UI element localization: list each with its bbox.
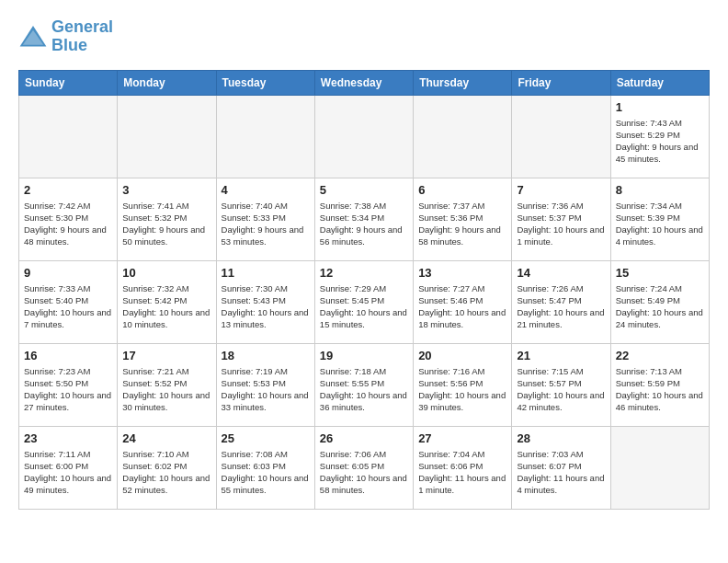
- calendar-cell: [216, 95, 314, 178]
- day-number: 13: [418, 266, 506, 280]
- day-info: Sunrise: 7:33 AM Sunset: 5:40 PM Dayligh…: [24, 282, 112, 331]
- week-row-3: 9Sunrise: 7:33 AM Sunset: 5:40 PM Daylig…: [19, 260, 710, 343]
- page-header: General Blue: [18, 18, 710, 55]
- weekday-header-monday: Monday: [118, 70, 216, 95]
- logo-text: General Blue: [51, 18, 113, 55]
- calendar-cell: 13Sunrise: 7:27 AM Sunset: 5:46 PM Dayli…: [414, 260, 512, 343]
- calendar-cell: 1Sunrise: 7:43 AM Sunset: 5:29 PM Daylig…: [610, 95, 709, 178]
- logo-icon: [18, 24, 48, 50]
- day-number: 9: [24, 266, 112, 280]
- day-info: Sunrise: 7:21 AM Sunset: 5:52 PM Dayligh…: [122, 365, 210, 414]
- calendar-cell: 4Sunrise: 7:40 AM Sunset: 5:33 PM Daylig…: [216, 178, 314, 260]
- calendar-cell: 9Sunrise: 7:33 AM Sunset: 5:40 PM Daylig…: [19, 260, 118, 343]
- calendar-cell: 16Sunrise: 7:23 AM Sunset: 5:50 PM Dayli…: [19, 343, 118, 426]
- calendar-cell: 24Sunrise: 7:10 AM Sunset: 6:02 PM Dayli…: [118, 426, 216, 509]
- calendar-cell: 2Sunrise: 7:42 AM Sunset: 5:30 PM Daylig…: [19, 178, 118, 260]
- weekday-header-saturday: Saturday: [610, 70, 709, 95]
- day-info: Sunrise: 7:38 AM Sunset: 5:34 PM Dayligh…: [320, 200, 408, 248]
- day-info: Sunrise: 7:08 AM Sunset: 6:03 PM Dayligh…: [222, 448, 310, 497]
- day-number: 6: [418, 183, 506, 197]
- calendar-cell: 23Sunrise: 7:11 AM Sunset: 6:00 PM Dayli…: [19, 426, 118, 509]
- week-row-1: 1Sunrise: 7:43 AM Sunset: 5:29 PM Daylig…: [19, 95, 710, 178]
- weekday-header-row: SundayMondayTuesdayWednesdayThursdayFrid…: [19, 70, 710, 95]
- calendar-cell: 10Sunrise: 7:32 AM Sunset: 5:42 PM Dayli…: [118, 260, 216, 343]
- day-info: Sunrise: 7:11 AM Sunset: 6:00 PM Dayligh…: [24, 448, 112, 497]
- day-info: Sunrise: 7:36 AM Sunset: 5:37 PM Dayligh…: [517, 200, 605, 248]
- day-number: 21: [517, 349, 605, 362]
- calendar-table: SundayMondayTuesdayWednesdayThursdayFrid…: [18, 70, 710, 510]
- day-number: 15: [616, 266, 704, 280]
- day-info: Sunrise: 7:10 AM Sunset: 6:02 PM Dayligh…: [122, 448, 210, 497]
- day-number: 5: [320, 183, 408, 197]
- calendar-cell: 25Sunrise: 7:08 AM Sunset: 6:03 PM Dayli…: [216, 426, 314, 509]
- calendar-cell: 6Sunrise: 7:37 AM Sunset: 5:36 PM Daylig…: [414, 178, 512, 260]
- day-number: 25: [222, 431, 310, 445]
- day-info: Sunrise: 7:30 AM Sunset: 5:43 PM Dayligh…: [222, 282, 310, 331]
- weekday-header-sunday: Sunday: [19, 70, 118, 95]
- day-number: 8: [616, 183, 704, 197]
- calendar-cell: 14Sunrise: 7:26 AM Sunset: 5:47 PM Dayli…: [512, 260, 610, 343]
- day-number: 4: [222, 183, 310, 197]
- day-number: 11: [222, 266, 310, 280]
- day-number: 27: [418, 431, 506, 445]
- weekday-header-thursday: Thursday: [414, 70, 512, 95]
- day-number: 2: [24, 183, 112, 197]
- day-info: Sunrise: 7:16 AM Sunset: 5:56 PM Dayligh…: [418, 365, 506, 414]
- calendar-cell: 12Sunrise: 7:29 AM Sunset: 5:45 PM Dayli…: [314, 260, 413, 343]
- calendar-cell: [314, 95, 413, 178]
- day-number: 1: [616, 100, 704, 114]
- day-info: Sunrise: 7:37 AM Sunset: 5:36 PM Dayligh…: [418, 200, 506, 248]
- day-info: Sunrise: 7:32 AM Sunset: 5:42 PM Dayligh…: [122, 282, 210, 331]
- calendar-cell: 8Sunrise: 7:34 AM Sunset: 5:39 PM Daylig…: [610, 178, 709, 260]
- calendar-cell: [512, 95, 610, 178]
- day-number: 18: [222, 349, 310, 362]
- day-info: Sunrise: 7:42 AM Sunset: 5:30 PM Dayligh…: [24, 200, 112, 248]
- day-number: 7: [517, 183, 605, 197]
- day-number: 3: [122, 183, 210, 197]
- day-info: Sunrise: 7:19 AM Sunset: 5:53 PM Dayligh…: [222, 365, 310, 414]
- day-number: 14: [517, 266, 605, 280]
- day-info: Sunrise: 7:34 AM Sunset: 5:39 PM Dayligh…: [616, 200, 704, 248]
- calendar-cell: 5Sunrise: 7:38 AM Sunset: 5:34 PM Daylig…: [314, 178, 413, 260]
- calendar-cell: 3Sunrise: 7:41 AM Sunset: 5:32 PM Daylig…: [118, 178, 216, 260]
- day-info: Sunrise: 7:27 AM Sunset: 5:46 PM Dayligh…: [418, 282, 506, 331]
- calendar-cell: 20Sunrise: 7:16 AM Sunset: 5:56 PM Dayli…: [414, 343, 512, 426]
- day-number: 12: [320, 266, 408, 280]
- week-row-5: 23Sunrise: 7:11 AM Sunset: 6:00 PM Dayli…: [19, 426, 710, 509]
- logo: General Blue: [18, 18, 113, 55]
- day-info: Sunrise: 7:04 AM Sunset: 6:06 PM Dayligh…: [418, 448, 506, 497]
- calendar-cell: [414, 95, 512, 178]
- calendar-cell: 15Sunrise: 7:24 AM Sunset: 5:49 PM Dayli…: [610, 260, 709, 343]
- calendar-cell: 7Sunrise: 7:36 AM Sunset: 5:37 PM Daylig…: [512, 178, 610, 260]
- calendar-cell: [118, 95, 216, 178]
- day-info: Sunrise: 7:41 AM Sunset: 5:32 PM Dayligh…: [122, 200, 210, 248]
- day-number: 24: [122, 431, 210, 445]
- weekday-header-friday: Friday: [512, 70, 610, 95]
- day-info: Sunrise: 7:40 AM Sunset: 5:33 PM Dayligh…: [222, 200, 310, 248]
- calendar-cell: [19, 95, 118, 178]
- calendar-cell: 21Sunrise: 7:15 AM Sunset: 5:57 PM Dayli…: [512, 343, 610, 426]
- calendar-cell: 27Sunrise: 7:04 AM Sunset: 6:06 PM Dayli…: [414, 426, 512, 509]
- calendar-cell: 26Sunrise: 7:06 AM Sunset: 6:05 PM Dayli…: [314, 426, 413, 509]
- day-number: 26: [320, 431, 408, 445]
- day-number: 10: [122, 266, 210, 280]
- day-number: 19: [320, 349, 408, 362]
- calendar-cell: 11Sunrise: 7:30 AM Sunset: 5:43 PM Dayli…: [216, 260, 314, 343]
- calendar-cell: [610, 426, 709, 509]
- calendar-cell: 19Sunrise: 7:18 AM Sunset: 5:55 PM Dayli…: [314, 343, 413, 426]
- day-info: Sunrise: 7:24 AM Sunset: 5:49 PM Dayligh…: [616, 282, 704, 331]
- day-number: 23: [24, 431, 112, 445]
- day-number: 28: [517, 431, 605, 445]
- week-row-4: 16Sunrise: 7:23 AM Sunset: 5:50 PM Dayli…: [19, 343, 710, 426]
- weekday-header-wednesday: Wednesday: [314, 70, 413, 95]
- weekday-header-tuesday: Tuesday: [216, 70, 314, 95]
- calendar-cell: 17Sunrise: 7:21 AM Sunset: 5:52 PM Dayli…: [118, 343, 216, 426]
- day-info: Sunrise: 7:23 AM Sunset: 5:50 PM Dayligh…: [24, 365, 112, 414]
- day-info: Sunrise: 7:15 AM Sunset: 5:57 PM Dayligh…: [517, 365, 605, 414]
- calendar-cell: 28Sunrise: 7:03 AM Sunset: 6:07 PM Dayli…: [512, 426, 610, 509]
- calendar-cell: 18Sunrise: 7:19 AM Sunset: 5:53 PM Dayli…: [216, 343, 314, 426]
- day-info: Sunrise: 7:03 AM Sunset: 6:07 PM Dayligh…: [517, 448, 605, 497]
- day-info: Sunrise: 7:18 AM Sunset: 5:55 PM Dayligh…: [320, 365, 408, 414]
- day-info: Sunrise: 7:06 AM Sunset: 6:05 PM Dayligh…: [320, 448, 408, 497]
- day-number: 17: [122, 349, 210, 362]
